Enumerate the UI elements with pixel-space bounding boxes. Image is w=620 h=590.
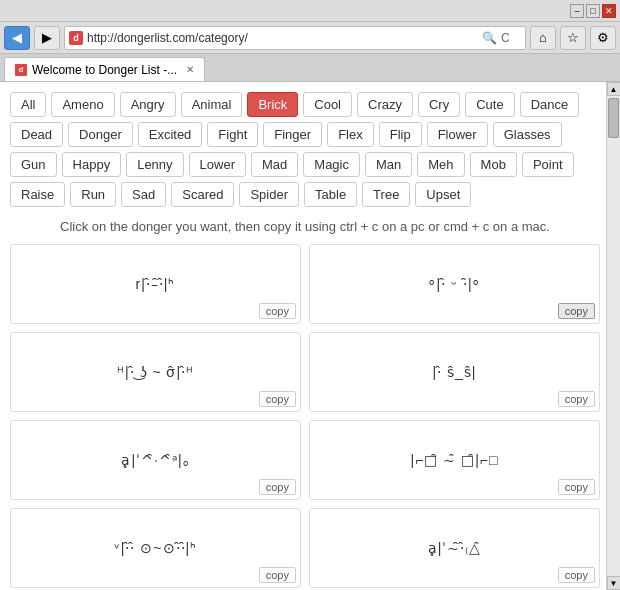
- back-button[interactable]: ◀: [4, 26, 30, 50]
- tab-favicon: d: [15, 64, 27, 76]
- category-btn-scared[interactable]: Scared: [171, 182, 234, 207]
- copy-button-6[interactable]: copy: [259, 567, 296, 583]
- home-button[interactable]: ⌂: [530, 26, 556, 50]
- donger-cell-0[interactable]: r|·̑–̑·̑|ʰcopy: [10, 244, 301, 324]
- category-btn-tree[interactable]: Tree: [362, 182, 410, 207]
- donger-text-7: ḁ|ˈ~̑·̑₍△̑: [428, 540, 482, 556]
- instruction-text: Click on the donger you want, then copy …: [10, 219, 600, 234]
- donger-text-4: ḁ|ˈ^̑·^̑ᵃ|ₒ: [121, 452, 189, 468]
- address-bar[interactable]: d http://dongerlist.com/category/ 🔍 C: [64, 26, 526, 50]
- category-btn-glasses[interactable]: Glasses: [493, 122, 562, 147]
- close-button[interactable]: ✕: [602, 4, 616, 18]
- category-btn-flower[interactable]: Flower: [427, 122, 488, 147]
- forward-button[interactable]: ▶: [34, 26, 60, 50]
- category-btn-all[interactable]: All: [10, 92, 46, 117]
- scrollbar-up-arrow[interactable]: ▲: [607, 82, 621, 96]
- donger-grid: r|·̑–̑·̑|ʰcopyᵒ|·̑ ᵕ ·̑|ᵒcopyᵸ|·̑ ͜ʖ ~ σ…: [10, 244, 600, 588]
- category-btn-finger[interactable]: Finger: [263, 122, 322, 147]
- category-btn-point[interactable]: Point: [522, 152, 574, 177]
- donger-text-0: r|·̑–̑·̑|ʰ: [136, 276, 176, 292]
- donger-text-1: ᵒ|·̑ ᵕ ·̑|ᵒ: [429, 276, 479, 292]
- category-btn-flip[interactable]: Flip: [379, 122, 422, 147]
- category-btn-fight[interactable]: Fight: [207, 122, 258, 147]
- category-btn-flex[interactable]: Flex: [327, 122, 374, 147]
- search-icon: 🔍: [482, 31, 497, 45]
- category-btn-dance[interactable]: Dance: [520, 92, 580, 117]
- copy-button-3[interactable]: copy: [558, 391, 595, 407]
- donger-cell-4[interactable]: ḁ|ˈ^̑·^̑ᵃ|ₒcopy: [10, 420, 301, 500]
- category-btn-brick[interactable]: Brick: [247, 92, 298, 117]
- donger-cell-7[interactable]: ḁ|ˈ~̑·̑₍△̑copy: [309, 508, 600, 588]
- settings-button[interactable]: ⚙: [590, 26, 616, 50]
- category-btn-happy[interactable]: Happy: [62, 152, 122, 177]
- donger-cell-1[interactable]: ᵒ|·̑ ᵕ ·̑|ᵒcopy: [309, 244, 600, 324]
- star-button[interactable]: ☆: [560, 26, 586, 50]
- category-btn-excited[interactable]: Excited: [138, 122, 203, 147]
- scrollbar[interactable]: ▲ ▼: [606, 82, 620, 590]
- copy-button-7[interactable]: copy: [558, 567, 595, 583]
- donger-text-2: ᵸ|·̑ ͜ʖ ~ σ̑|·̑ᵸ: [117, 364, 194, 380]
- scrollbar-thumb[interactable]: [608, 98, 619, 138]
- donger-text-6: ᵛ|·̑·̑ ⊙~⊙·̑·̑|ʰ: [114, 540, 197, 556]
- category-btn-crazy[interactable]: Crazy: [357, 92, 413, 117]
- page-content: AllAmenoAngryAnimalBrickCoolCrazyCryCute…: [0, 82, 620, 590]
- category-btn-raise[interactable]: Raise: [10, 182, 65, 207]
- category-btn-upset[interactable]: Upset: [415, 182, 471, 207]
- category-btn-ameno[interactable]: Ameno: [51, 92, 114, 117]
- copy-button-1[interactable]: copy: [558, 303, 595, 319]
- tab-bar: d Welcome to Donger List -... ✕: [0, 54, 620, 82]
- category-btn-spider[interactable]: Spider: [239, 182, 299, 207]
- refresh-button[interactable]: C: [501, 31, 521, 45]
- category-btn-run[interactable]: Run: [70, 182, 116, 207]
- category-btn-meh[interactable]: Meh: [417, 152, 464, 177]
- category-btn-gun[interactable]: Gun: [10, 152, 57, 177]
- category-btn-table[interactable]: Table: [304, 182, 357, 207]
- copy-button-4[interactable]: copy: [259, 479, 296, 495]
- category-btn-man[interactable]: Man: [365, 152, 412, 177]
- category-btn-magic[interactable]: Magic: [303, 152, 360, 177]
- tab-label: Welcome to Donger List -...: [32, 63, 177, 77]
- donger-text-3: |·̑ s̑_s̑|: [433, 364, 477, 380]
- category-btn-sad[interactable]: Sad: [121, 182, 166, 207]
- category-btn-donger[interactable]: Donger: [68, 122, 133, 147]
- donger-cell-5[interactable]: |⌐□̑ ~̑ □̑|⌐□copy: [309, 420, 600, 500]
- donger-cell-6[interactable]: ᵛ|·̑·̑ ⊙~⊙·̑·̑|ʰcopy: [10, 508, 301, 588]
- category-btn-mad[interactable]: Mad: [251, 152, 298, 177]
- category-btn-cry[interactable]: Cry: [418, 92, 460, 117]
- maximize-button[interactable]: □: [586, 4, 600, 18]
- copy-button-0[interactable]: copy: [259, 303, 296, 319]
- category-btn-lower[interactable]: Lower: [189, 152, 246, 177]
- tab-active[interactable]: d Welcome to Donger List -... ✕: [4, 57, 205, 81]
- category-row-1: AllAmenoAngryAnimalBrickCoolCrazyCryCute…: [10, 92, 600, 207]
- address-url: http://dongerlist.com/category/: [87, 31, 478, 45]
- scrollbar-track[interactable]: [607, 96, 620, 576]
- category-btn-cute[interactable]: Cute: [465, 92, 514, 117]
- copy-button-5[interactable]: copy: [558, 479, 595, 495]
- scrollbar-down-arrow[interactable]: ▼: [607, 576, 621, 590]
- browser-toolbar: ◀ ▶ d http://dongerlist.com/category/ 🔍 …: [0, 22, 620, 54]
- category-btn-animal[interactable]: Animal: [181, 92, 243, 117]
- donger-cell-2[interactable]: ᵸ|·̑ ͜ʖ ~ σ̑|·̑ᵸcopy: [10, 332, 301, 412]
- donger-text-5: |⌐□̑ ~̑ □̑|⌐□: [411, 452, 499, 468]
- category-btn-dead[interactable]: Dead: [10, 122, 63, 147]
- category-btn-cool[interactable]: Cool: [303, 92, 352, 117]
- tab-close-icon[interactable]: ✕: [186, 64, 194, 75]
- copy-button-2[interactable]: copy: [259, 391, 296, 407]
- category-btn-lenny[interactable]: Lenny: [126, 152, 183, 177]
- address-favicon: d: [69, 31, 83, 45]
- category-btn-mob[interactable]: Mob: [470, 152, 517, 177]
- category-btn-angry[interactable]: Angry: [120, 92, 176, 117]
- minimize-button[interactable]: –: [570, 4, 584, 18]
- title-bar: – □ ✕: [0, 0, 620, 22]
- donger-cell-3[interactable]: |·̑ s̑_s̑|copy: [309, 332, 600, 412]
